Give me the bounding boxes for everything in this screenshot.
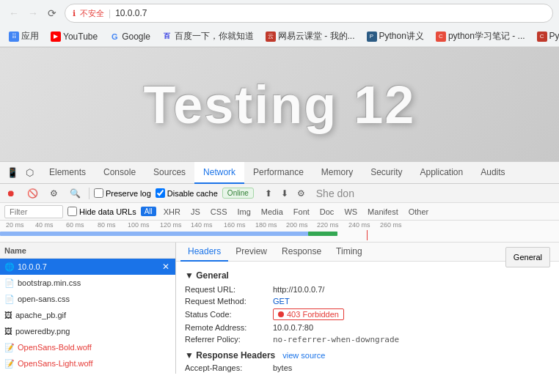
tl-label-80: 80 ms <box>98 221 116 229</box>
filter-font[interactable]: Font <box>291 207 313 217</box>
tl-label-20: 20 ms <box>6 221 24 229</box>
reload-button[interactable]: ⟳ <box>44 5 60 21</box>
tl-label-180: 180 ms <box>255 221 277 229</box>
bookmark-baidu[interactable]: 百 百度一下，你就知道 <box>159 29 257 44</box>
filter-media[interactable]: Media <box>258 207 286 217</box>
tab-network[interactable]: Network <box>194 162 244 184</box>
preserve-log-input[interactable] <box>94 188 103 198</box>
filter-img[interactable]: Img <box>234 207 253 217</box>
filter-css[interactable]: CSS <box>208 207 230 217</box>
filter-input[interactable] <box>4 205 63 218</box>
file-item-5[interactable]: 📝 OpenSans-Bold.woff <box>0 339 175 355</box>
bookmark-pythonjottings[interactable]: C python学习笔记 - ... <box>433 29 528 44</box>
general-button[interactable]: General <box>505 247 550 267</box>
tab-security[interactable]: Security <box>362 162 411 184</box>
bookmark-google[interactable]: G Google <box>106 30 153 43</box>
tab-console[interactable]: Console <box>95 162 145 184</box>
bookmark-python-label: Python讲义 <box>379 30 424 42</box>
devtools-device-icon[interactable]: 📱 <box>3 164 22 181</box>
page-title: Testing 12 <box>144 75 416 135</box>
disable-cache-checkbox[interactable]: Disable cache <box>156 188 218 198</box>
detail-pane: Headers Preview Response Timing General … <box>176 243 559 374</box>
devtools: 📱 ⬡ Elements Console Sources Network Per… <box>0 161 559 374</box>
tab-audits[interactable]: Audits <box>472 162 514 184</box>
filter-xhr[interactable]: XHR <box>161 207 183 217</box>
file-item-6[interactable]: 📝 OpenSans-Light.woff <box>0 355 175 371</box>
field-referrer-policy: Referrer Policy: no-referrer-when-downgr… <box>185 335 550 344</box>
nav-buttons: ← → ⟳ <box>6 5 60 21</box>
devtools-tabs-bar: 📱 ⬡ Elements Console Sources Network Per… <box>0 162 559 184</box>
general-section-title: ▼ General <box>185 270 550 281</box>
file-close-0[interactable]: ✕ <box>161 262 171 272</box>
status-badge: 403 Forbidden <box>273 308 344 320</box>
file-item-4[interactable]: 🖼 poweredby.png <box>0 323 175 339</box>
filter-ws[interactable]: WS <box>341 207 360 217</box>
field-request-method: Request Method: GET <box>185 297 550 306</box>
devtools-inspect-icon[interactable]: ⬡ <box>22 164 37 181</box>
tl-label-140: 140 ms <box>191 221 213 229</box>
clear-button[interactable]: 🚫 <box>23 185 42 201</box>
settings-btn[interactable]: ⚙ <box>293 185 309 201</box>
response-headers-title: ▼ Response Headers view source <box>185 350 550 360</box>
file-item-2[interactable]: 📄 open-sans.css <box>0 291 175 307</box>
detail-tab-response[interactable]: Response <box>274 243 329 262</box>
file-item-1[interactable]: 📄 bootstrap.min.css <box>0 275 175 291</box>
bookmark-python[interactable]: P Python讲义 <box>364 29 427 44</box>
tab-memory[interactable]: Memory <box>313 162 362 184</box>
back-button[interactable]: ← <box>6 5 22 21</box>
response-headers-label: ▼ Response Headers <box>185 350 275 360</box>
filter-manifest[interactable]: Manifest <box>365 207 401 217</box>
export-btn[interactable]: ⬇ <box>277 185 292 201</box>
tab-elements[interactable]: Elements <box>40 162 95 184</box>
file-list-header: Name <box>0 243 175 259</box>
detail-tab-timing[interactable]: Timing <box>329 243 370 262</box>
filter-all[interactable]: All <box>141 207 156 216</box>
detail-tab-headers[interactable]: Headers <box>180 243 228 262</box>
python-icon: P <box>367 32 377 42</box>
detail-tab-preview[interactable]: Preview <box>228 243 274 262</box>
view-source-link[interactable]: view source <box>282 351 325 360</box>
disable-cache-input[interactable] <box>156 188 165 198</box>
bookmark-youtube[interactable]: ▶ YouTube <box>48 30 101 43</box>
hide-data-urls-input[interactable] <box>67 207 77 216</box>
address-bar[interactable]: ℹ 不安全 | 10.0.0.7 <box>65 4 553 23</box>
field-label-url: Request URL: <box>185 285 273 294</box>
tab-performance[interactable]: Performance <box>244 162 313 184</box>
hide-data-urls-checkbox[interactable]: Hide data URLs <box>67 207 136 216</box>
file-icon-1: 📄 <box>4 278 15 288</box>
record-button[interactable]: ⏺ <box>3 185 19 201</box>
preserve-log-checkbox[interactable]: Preserve log <box>94 188 151 198</box>
search-button[interactable]: 🔍 <box>66 185 84 201</box>
filter-doc[interactable]: Doc <box>317 207 337 217</box>
file-item-0[interactable]: 🌐 10.0.0.7 ✕ <box>0 259 175 275</box>
file-icon-4: 🖼 <box>4 327 12 336</box>
status-dot <box>278 311 284 317</box>
file-item-7[interactable]: 📝 OpenSans-Bold.ttf <box>0 371 175 374</box>
timeline-red-line <box>367 230 368 240</box>
file-name-6: OpenSans-Light.woff <box>18 359 93 368</box>
file-item-3[interactable]: 🖼 apache_pb.gif <box>0 307 175 323</box>
bookmark-apps[interactable]: ⠿ 应用 <box>6 29 42 44</box>
field-value-referrer: no-referrer-when-downgrade <box>273 335 399 344</box>
bookmark-wangyi[interactable]: 云 网易云课堂 - 我的... <box>263 29 358 44</box>
filter-icon-button[interactable]: ⚙ <box>46 185 62 201</box>
field-label-remote: Remote Address: <box>185 323 273 332</box>
field-value-remote: 10.0.0.7:80 <box>273 323 313 332</box>
filter-other[interactable]: Other <box>406 207 432 217</box>
file-icon-2: 📄 <box>4 295 15 304</box>
detail-tabs: Headers Preview Response Timing <box>176 243 559 262</box>
file-list-name-col: Name <box>4 246 26 255</box>
filter-js[interactable]: JS <box>188 207 203 217</box>
tab-application[interactable]: Application <box>412 162 472 184</box>
import-btn[interactable]: ⬆ <box>261 185 276 201</box>
tl-label-40: 40 ms <box>35 221 54 229</box>
bookmark-pythonpara[interactable]: C Python爬虫之para... <box>534 29 559 44</box>
youtube-icon: ▶ <box>51 32 61 42</box>
hide-data-urls-label: Hide data URLs <box>79 207 136 216</box>
browser-chrome: ← → ⟳ ℹ 不安全 | 10.0.0.7 ⠿ 应用 ▶ YouTube G … <box>0 0 559 48</box>
tab-sources[interactable]: Sources <box>145 162 194 184</box>
bookmark-pythonjottings-label: python学习笔记 - ... <box>448 30 525 42</box>
pythonpara-icon: C <box>537 32 547 42</box>
forward-button[interactable]: → <box>25 5 41 21</box>
watermark-text: She don <box>316 188 354 199</box>
